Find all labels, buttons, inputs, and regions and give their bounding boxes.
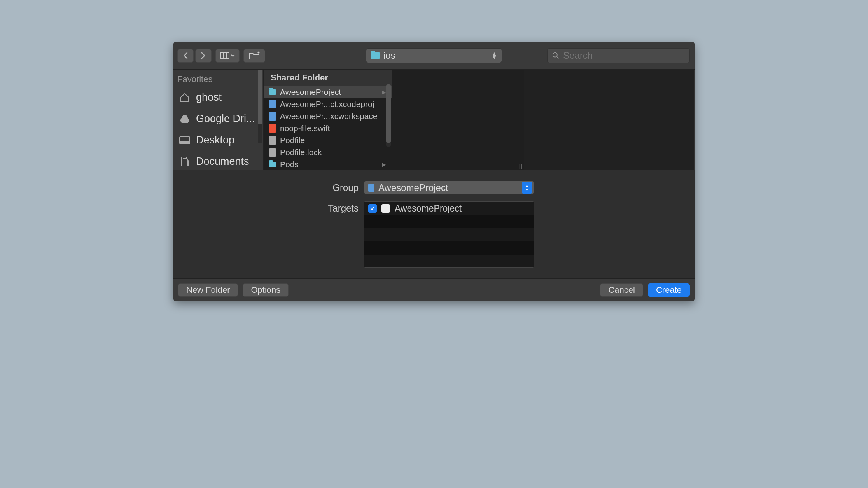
file-label: Pods (280, 160, 378, 169)
updown-icon: ▲▼ (492, 52, 497, 59)
search-field[interactable] (547, 48, 690, 63)
xcode-icon (269, 100, 276, 108)
view-mode-button[interactable] (215, 49, 240, 63)
sidebar: Favorites ghost Google Dri... Desktop (173, 70, 264, 170)
path-label: ios (383, 50, 396, 61)
browser-column-0: Shared Folder AwesomeProject ▶ AwesomePr… (264, 70, 392, 170)
file-item[interactable]: AwesomePr...xcworkspace (264, 110, 392, 122)
sidebar-item-label: ghost (196, 91, 222, 103)
sidebar-item-desktop[interactable]: Desktop (173, 129, 263, 151)
search-icon (552, 52, 559, 59)
chevron-right-icon: ▶ (382, 161, 386, 168)
file-item[interactable]: AwesomePr...ct.xcodeproj (264, 98, 392, 110)
column-header: Shared Folder (264, 70, 392, 86)
file-item[interactable]: noop-file.swift (264, 122, 392, 134)
targets-list: ✓ AwesomeProject (364, 201, 534, 268)
options-button[interactable]: Options (243, 283, 289, 297)
sidebar-section-label: Favorites (173, 72, 263, 87)
swift-icon (269, 124, 276, 133)
file-icon (269, 136, 276, 145)
file-item[interactable]: Pods ▶ (264, 158, 392, 170)
create-button[interactable]: Create (648, 283, 690, 297)
target-row-empty (364, 255, 534, 268)
svg-text:+: + (257, 51, 260, 55)
sidebar-item-label: Desktop (196, 134, 234, 146)
footer: New Folder Options Cancel Create (173, 278, 695, 301)
file-item[interactable]: Podfile.lock (264, 146, 392, 158)
target-label: AwesomeProject (395, 203, 462, 214)
path-dropdown[interactable]: ios ▲▼ (366, 48, 502, 63)
sidebar-item-google-drive[interactable]: Google Dri... (173, 108, 263, 129)
sidebar-scrollbar[interactable] (258, 70, 262, 143)
folder-icon (269, 89, 276, 95)
new-folder-icon-button[interactable]: + (243, 49, 265, 63)
file-label: AwesomePr...ct.xcodeproj (280, 100, 386, 109)
toolbar: + ios ▲▼ (173, 42, 695, 70)
file-label: Podfile.lock (280, 148, 386, 157)
group-label: Group (173, 181, 364, 193)
chevron-down-icon (231, 54, 235, 57)
target-row-empty (364, 241, 534, 255)
file-label: AwesomePr...xcworkspace (280, 112, 386, 121)
form-area: Group AwesomeProject ▲▼ Targets ✓ Awesom… (173, 170, 695, 278)
column-list: AwesomeProject ▶ AwesomePr...ct.xcodepro… (264, 86, 392, 170)
svg-rect-0 (220, 52, 229, 59)
group-dropdown[interactable]: AwesomeProject ▲▼ (364, 181, 534, 194)
new-folder-button[interactable]: New Folder (178, 283, 238, 297)
app-icon (382, 204, 390, 213)
sidebar-item-ghost[interactable]: ghost (173, 87, 263, 108)
folder-icon (269, 162, 276, 167)
checkbox-checked[interactable]: ✓ (368, 204, 377, 213)
back-button[interactable] (177, 49, 194, 63)
sidebar-item-label: Google Dri... (196, 113, 255, 125)
home-icon (179, 92, 191, 103)
svg-point-4 (553, 53, 557, 57)
project-icon (368, 184, 374, 192)
updown-icon: ▲▼ (522, 182, 532, 194)
targets-label: Targets (173, 201, 364, 214)
target-row[interactable]: ✓ AwesomeProject (364, 202, 534, 215)
target-row-empty (364, 215, 534, 228)
google-drive-icon (179, 114, 191, 124)
cancel-button[interactable]: Cancel (600, 283, 643, 297)
save-dialog: + ios ▲▼ Favorites ghost (173, 42, 695, 301)
browser-column-2 (524, 70, 695, 170)
columns-icon (220, 52, 229, 59)
xcode-icon (269, 112, 276, 121)
target-row-empty (364, 228, 534, 241)
sidebar-item-label: Documents (196, 156, 249, 168)
file-label: Podfile (280, 136, 386, 145)
sidebar-item-documents[interactable]: Documents (173, 151, 263, 172)
column-resize-handle[interactable]: || (519, 163, 523, 169)
forward-button[interactable] (195, 49, 212, 63)
search-input[interactable] (563, 50, 685, 61)
svg-line-5 (557, 57, 559, 59)
group-value: AwesomeProject (378, 182, 448, 193)
folder-plus-icon: + (249, 51, 260, 60)
file-label: noop-file.swift (280, 124, 386, 133)
browser-column-1: || (392, 70, 524, 170)
file-icon (269, 148, 276, 157)
desktop-icon (179, 135, 191, 146)
svg-rect-7 (180, 141, 189, 143)
folder-icon (371, 52, 380, 59)
file-item[interactable]: AwesomeProject ▶ (264, 86, 392, 98)
column-browser: Shared Folder AwesomeProject ▶ AwesomePr… (264, 70, 695, 170)
file-label: AwesomeProject (280, 87, 378, 97)
column-scrollbar[interactable] (386, 84, 391, 147)
chevron-right-icon: ▶ (382, 89, 386, 95)
documents-icon (179, 156, 191, 167)
file-item[interactable]: Podfile (264, 134, 392, 146)
